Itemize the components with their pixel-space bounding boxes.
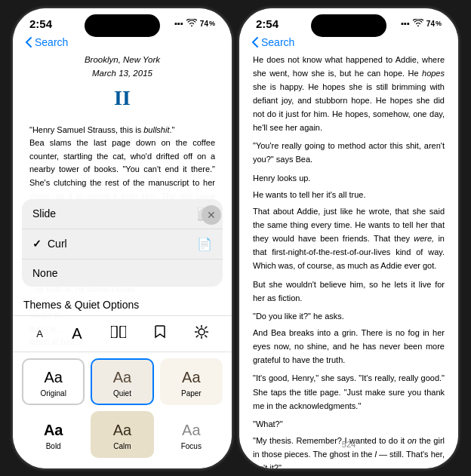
svg-rect-1 — [120, 326, 126, 338]
theme-paper-aa: Aa — [182, 369, 200, 386]
signal-icon: ▪▪▪ — [174, 19, 183, 28]
book-chapter: II — [29, 81, 215, 115]
right-phone: 2:54 ▪▪▪ 74% Search He does not know — [239, 8, 458, 468]
status-icons-right: ▪▪▪ 74% — [401, 19, 442, 28]
page-number: 524 — [239, 435, 458, 453]
slide-menu-item-none[interactable]: None — [22, 259, 223, 287]
theme-bold-name: Bold — [46, 442, 61, 450]
book-location: Brooklyn, New YorkMarch 13, 2015 — [29, 53, 215, 81]
themes-grid: Aa Original Aa Quiet Aa Paper Aa Bold — [13, 352, 232, 468]
theme-calm[interactable]: Aa Calm — [91, 411, 153, 458]
brightness-button[interactable] — [189, 322, 214, 345]
theme-quiet[interactable]: Aa Quiet — [91, 358, 153, 405]
reading-content: He does not know what happened to Addie,… — [239, 53, 458, 468]
svg-line-8 — [205, 336, 206, 337]
font-increase-button[interactable]: A — [66, 322, 88, 345]
dynamic-island-right — [311, 14, 386, 37]
quiet-option: Quiet Options — [75, 299, 140, 311]
theme-quiet-name: Quiet — [113, 389, 131, 398]
battery-right: 74% — [426, 20, 442, 28]
curl-label: Curl — [48, 238, 197, 250]
bookmark-icon — [155, 325, 165, 342]
theme-calm-name: Calm — [113, 442, 131, 450]
theme-original-name: Original — [40, 389, 66, 398]
brightness-icon — [195, 325, 208, 342]
svg-line-10 — [196, 336, 198, 337]
back-label-left: Search — [35, 36, 68, 48]
font-decrease-button[interactable]: A — [30, 325, 49, 342]
time-right: 2:54 — [256, 17, 279, 30]
theme-bold[interactable]: Aa Bold — [22, 411, 85, 458]
signal-icon-right: ▪▪▪ — [401, 19, 410, 28]
theme-focus-name: Focus — [181, 442, 202, 450]
theme-focus[interactable]: Aa Focus — [160, 411, 223, 458]
theme-focus-aa: Aa — [182, 422, 200, 439]
overlay-panel: ✕ Slide ⬜ ✓ Curl 📄 None — [13, 192, 232, 468]
svg-point-2 — [199, 329, 205, 335]
toolbar-row: A A — [13, 315, 232, 352]
back-button-left[interactable]: Search — [25, 36, 68, 48]
slide-menu: Slide ⬜ ✓ Curl 📄 None — [22, 199, 223, 287]
wifi-icon — [186, 19, 197, 28]
theme-calm-aa: Aa — [113, 422, 131, 439]
checkmark-icon: ✓ — [32, 238, 42, 250]
theme-paper-name: Paper — [181, 389, 202, 398]
small-a-label: A — [36, 328, 43, 339]
bookmark-button[interactable] — [149, 322, 171, 345]
themes-title: Themes & — [23, 299, 75, 311]
svg-line-7 — [196, 327, 198, 328]
close-button[interactable]: ✕ — [202, 205, 221, 225]
theme-bold-aa: Aa — [44, 422, 63, 439]
none-label: None — [32, 267, 57, 279]
left-phone: 2:54 ▪▪▪ 74% Search Brook — [13, 8, 232, 468]
slide-menu-item-curl[interactable]: ✓ Curl 📄 — [22, 229, 223, 259]
theme-original-aa: Aa — [44, 369, 62, 386]
theme-quiet-aa: Aa — [113, 369, 131, 386]
back-label-right: Search — [261, 36, 294, 48]
status-icons-left: ▪▪▪ 74% — [174, 19, 215, 28]
svg-rect-0 — [111, 326, 117, 338]
themes-header: Themes & Quiet Options — [13, 291, 232, 315]
theme-original[interactable]: Aa Original — [22, 358, 85, 405]
wifi-icon-right — [413, 19, 423, 28]
dynamic-island — [85, 14, 160, 37]
theme-paper[interactable]: Aa Paper — [160, 358, 223, 405]
curl-icon: 📄 — [197, 237, 212, 251]
time-left: 2:54 — [29, 17, 52, 30]
columns-button[interactable] — [105, 323, 132, 344]
svg-line-9 — [205, 327, 206, 328]
columns-icon — [111, 326, 126, 341]
back-button-right[interactable]: Search — [251, 36, 294, 48]
slide-label: Slide — [32, 207, 56, 220]
close-icon: ✕ — [207, 209, 216, 221]
large-a-label: A — [72, 325, 82, 342]
slide-menu-item-slide[interactable]: Slide ⬜ — [22, 199, 223, 229]
battery-left: 74% — [200, 20, 215, 28]
